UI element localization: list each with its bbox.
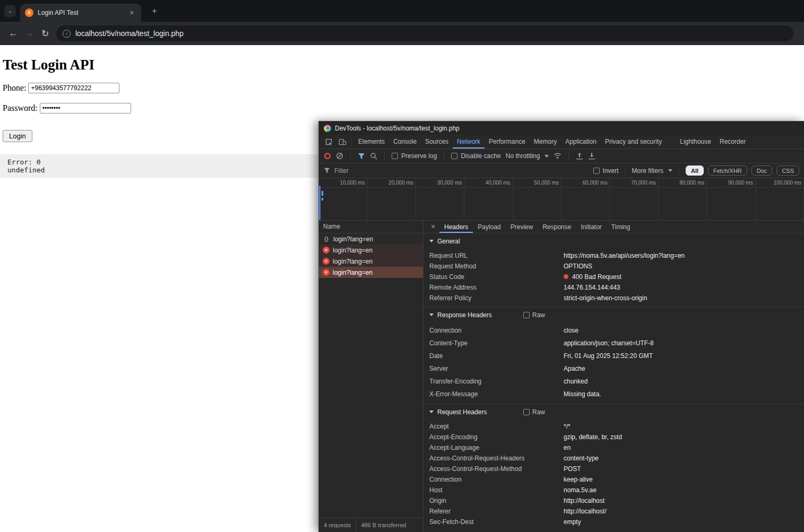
- devtools-panel-tab[interactable]: Recorder: [715, 135, 750, 149]
- tab-close-icon[interactable]: ✕: [127, 8, 136, 18]
- request-type-chip[interactable]: Doc: [751, 165, 773, 176]
- search-icon[interactable]: [370, 152, 377, 160]
- export-har-icon[interactable]: [588, 152, 595, 160]
- phone-field[interactable]: [28, 83, 119, 93]
- site-info-icon[interactable]: i: [63, 30, 71, 38]
- network-request-row[interactable]: {} ✕ login?lang=en: [319, 245, 423, 256]
- tab-title: Login API Test: [38, 9, 123, 16]
- network-toolbar: Preserve log Disable cache No throttling: [319, 149, 804, 163]
- header-name: Date: [429, 350, 564, 362]
- back-button[interactable]: ←: [5, 25, 21, 41]
- request-type-chip[interactable]: CSS: [776, 165, 799, 176]
- filter-input[interactable]: [334, 167, 589, 175]
- forward-button[interactable]: →: [21, 25, 37, 41]
- devtools-panel-tab[interactable]: Memory: [530, 135, 561, 149]
- timeline-tick-label: 60,000 ms: [583, 180, 608, 186]
- devtools-panel-tab[interactable]: Performance: [485, 135, 530, 149]
- request-type-chip[interactable]: All: [686, 165, 704, 176]
- devtools-title-bar: DevTools - localhost/5v/noma/test_login.…: [319, 121, 804, 135]
- header-name: Referer: [429, 506, 564, 517]
- network-overview-timeline[interactable]: 10,000 ms 20,000 ms 30,000 ms 40,000 ms …: [319, 178, 804, 221]
- more-filters-button[interactable]: More filters: [632, 167, 672, 175]
- network-conditions-icon[interactable]: [554, 153, 561, 159]
- name-column-header[interactable]: Name: [319, 221, 423, 233]
- disable-cache-toggle[interactable]: Disable cache: [451, 152, 500, 160]
- timeline-tick-label: 90,000 ms: [728, 180, 753, 186]
- header-value: POST: [564, 464, 581, 474]
- request-headers-header[interactable]: Request Headers Raw: [423, 404, 804, 420]
- raw-checkbox[interactable]: [523, 312, 530, 318]
- devtools-panel-tab[interactable]: Privacy and security: [601, 135, 666, 149]
- header-row: Connection close: [423, 324, 804, 337]
- filter-icon[interactable]: [358, 153, 365, 160]
- details-tab[interactable]: Headers: [439, 221, 473, 233]
- xampp-favicon-icon: X: [25, 8, 33, 17]
- general-section: General Request URL https://noma.5v.ae/a…: [423, 233, 804, 307]
- header-value: 144.76.154.144:443: [564, 282, 620, 293]
- new-tab-button[interactable]: +: [149, 6, 160, 16]
- header-name: Access-Control-Request-Method: [429, 464, 564, 474]
- request-type-chip[interactable]: Fetch/XHR: [708, 165, 747, 176]
- preserve-log-checkbox[interactable]: [392, 153, 398, 159]
- details-tab[interactable]: Response: [538, 221, 576, 233]
- browser-tab[interactable]: X Login API Test ✕: [20, 4, 141, 22]
- triangle-down-icon: [429, 313, 434, 316]
- request-count: 4 requests: [319, 518, 356, 532]
- request-name: login?lang=en: [333, 236, 373, 243]
- device-toolbar-icon[interactable]: [335, 136, 349, 147]
- timeline-tick-label: 50,000 ms: [534, 180, 559, 186]
- close-details-icon[interactable]: ✕: [427, 223, 439, 230]
- devtools-panel-tab[interactable]: Sources: [421, 135, 453, 149]
- timeline-activity-mark: [322, 198, 323, 200]
- import-har-icon[interactable]: [576, 152, 583, 160]
- invert-label: Invert: [603, 167, 619, 175]
- details-tab[interactable]: Preview: [506, 221, 538, 233]
- general-section-header[interactable]: General: [423, 233, 804, 249]
- preserve-log-toggle[interactable]: Preserve log: [392, 152, 437, 160]
- clear-network-log-icon[interactable]: [336, 152, 343, 160]
- timeline-selection-handle[interactable]: [319, 186, 321, 220]
- tab-search-button[interactable]: ⌄: [4, 5, 16, 17]
- more-filters-label: More filters: [632, 167, 663, 175]
- devtools-panel-tab[interactable]: Network: [453, 135, 485, 149]
- network-request-row[interactable]: {} ✕ login?lang=en: [319, 256, 423, 267]
- header-value: Fri, 01 Aug 2025 12:52:20 GMT: [564, 350, 653, 362]
- network-request-row[interactable]: {} ✕ login?lang=en: [319, 233, 423, 245]
- response-headers-header[interactable]: Response Headers Raw: [423, 307, 804, 322]
- details-tab[interactable]: Initiator: [576, 221, 606, 233]
- login-button[interactable]: Login: [3, 130, 32, 142]
- section-title: General: [437, 238, 460, 245]
- header-name: X-Error-Message: [429, 388, 564, 400]
- devtools-panel-tab[interactable]: Lighthouse: [676, 135, 715, 149]
- raw-label: Raw: [532, 408, 545, 416]
- raw-toggle[interactable]: Raw: [523, 311, 545, 319]
- header-row: Request Method OPTIONS: [423, 261, 804, 272]
- address-bar[interactable]: i localhost/5v/noma/test_login.php: [56, 25, 793, 41]
- devtools-panel-tab[interactable]: Elements: [354, 135, 389, 149]
- record-network-log-icon[interactable]: [324, 152, 331, 160]
- header-name: Server: [429, 362, 564, 375]
- raw-toggle[interactable]: Raw: [523, 408, 545, 416]
- page-title: Test Login API: [3, 57, 804, 73]
- devtools-panel-tab[interactable]: Application: [561, 135, 601, 149]
- invert-checkbox[interactable]: [593, 168, 600, 174]
- disable-cache-checkbox[interactable]: [451, 153, 457, 159]
- reload-button[interactable]: ↻: [37, 25, 53, 41]
- header-row: Origin http://localhost: [423, 495, 804, 506]
- header-row: Transfer-Encoding chunked: [423, 375, 804, 388]
- raw-checkbox[interactable]: [523, 409, 530, 415]
- headers-panel: General Request URL https://noma.5v.ae/a…: [423, 233, 804, 532]
- inspect-element-icon[interactable]: [322, 136, 335, 147]
- timeline-tick-label: 40,000 ms: [486, 180, 511, 186]
- divider: [679, 167, 679, 175]
- devtools-panel-tab[interactable]: Console: [389, 135, 421, 149]
- invert-toggle[interactable]: Invert: [593, 167, 619, 175]
- details-tab[interactable]: Payload: [473, 221, 505, 233]
- section-title: Request Headers: [437, 408, 487, 416]
- timeline-column: 30,000 ms: [416, 178, 464, 220]
- network-request-row[interactable]: {} ✕ login?lang=en: [319, 267, 423, 278]
- throttling-select[interactable]: No throttling: [506, 152, 549, 160]
- details-tab[interactable]: Timing: [607, 221, 635, 233]
- password-field[interactable]: [40, 103, 131, 114]
- request-rows: {} ✕ login?lang=en {} ✕ login?lang=en {}: [319, 233, 423, 518]
